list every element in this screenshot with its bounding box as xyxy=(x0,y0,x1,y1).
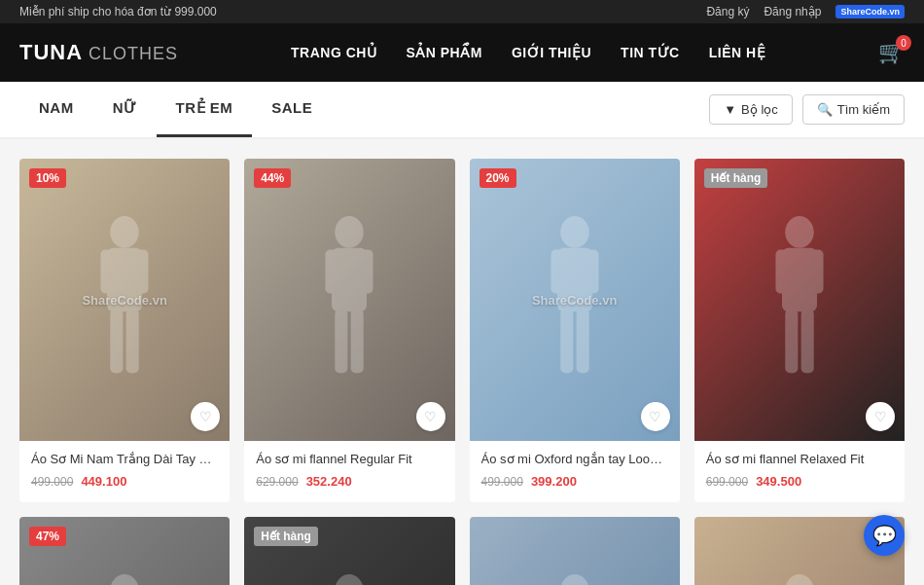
discount-badge: 44% xyxy=(254,168,291,188)
header: TUNA CLOTHES TRANG CHỦ SẢN PHẨM GIỚI THI… xyxy=(0,23,924,82)
person-silhouette xyxy=(694,159,905,441)
discount-badge: 20% xyxy=(480,168,516,188)
product-prices: 699.000349.500 xyxy=(706,474,893,489)
top-banner: Miễn phí ship cho hóa đơn từ 999.000 Đăn… xyxy=(0,0,924,23)
person-silhouette xyxy=(19,159,230,441)
wishlist-button[interactable]: ♡ xyxy=(866,402,895,431)
heart-icon: ♡ xyxy=(874,409,887,424)
tabs-left: NAM NỮ TRẺ EM SALE xyxy=(19,82,332,137)
svg-point-0 xyxy=(110,216,138,248)
price-sale: 349.500 xyxy=(756,474,801,489)
product-card[interactable]: 10% ShareCode.vn♡Áo Sơ Mi Nam Trắng Dài … xyxy=(19,159,230,502)
svg-point-36 xyxy=(560,574,588,585)
svg-rect-9 xyxy=(361,249,373,293)
product-name: Áo sơ mi Oxford ngắn tay Loose Fit xyxy=(481,451,668,468)
nav-tin-tuc[interactable]: TIN TỨC xyxy=(621,45,680,60)
tabs-right: ▼ Bộ lọc 🔍 Tìm kiếm xyxy=(709,94,905,125)
svg-rect-3 xyxy=(136,249,149,293)
chat-icon: 💬 xyxy=(872,524,897,547)
heart-icon: ♡ xyxy=(649,409,661,424)
svg-point-42 xyxy=(785,574,813,585)
product-card[interactable]: Hết hàng ♡Áo sơ mi đen basic450.000225.0… xyxy=(244,517,454,585)
product-name: Áo Sơ Mi Nam Trắng Dài Tay Nano Kh... xyxy=(31,451,218,468)
category-tabs: NAM NỮ TRẺ EM SALE ▼ Bộ lọc 🔍 Tìm kiếm xyxy=(0,82,924,139)
header-right: 🛒 0 xyxy=(878,40,905,65)
product-info: Áo Sơ Mi Nam Trắng Dài Tay Nano Kh...499… xyxy=(19,441,230,502)
svg-rect-14 xyxy=(551,249,563,293)
product-image: 47% ♡ xyxy=(19,517,230,585)
svg-point-24 xyxy=(110,574,138,585)
svg-rect-15 xyxy=(586,249,598,293)
product-info: Áo sơ mi flannel Regular Fit629.000352.2… xyxy=(244,441,454,502)
register-link[interactable]: Đăng ký xyxy=(706,5,749,18)
price-original: 629.000 xyxy=(256,475,298,489)
svg-point-18 xyxy=(785,216,813,248)
svg-rect-4 xyxy=(110,310,123,373)
logo: TUNA CLOTHES xyxy=(19,40,178,65)
svg-point-6 xyxy=(336,216,364,248)
product-card[interactable]: ♡Áo sơ mi slim fit480.000240.000 xyxy=(470,517,680,585)
svg-rect-11 xyxy=(351,310,364,373)
price-sale: 399.200 xyxy=(531,474,577,489)
logo-tuna: TUNA xyxy=(19,40,83,64)
products-grid: 10% ShareCode.vn♡Áo Sơ Mi Nam Trắng Dài … xyxy=(19,159,905,585)
wishlist-button[interactable]: ♡ xyxy=(416,402,445,431)
out-of-stock-badge: Hết hàng xyxy=(254,527,318,546)
svg-rect-17 xyxy=(576,310,588,373)
person-silhouette xyxy=(244,159,454,441)
svg-rect-8 xyxy=(326,249,338,293)
product-image: 20% ShareCode.vn♡ xyxy=(470,159,680,441)
svg-rect-5 xyxy=(126,310,139,373)
product-card[interactable]: Hết hàng ♡Áo sơ mi flannel Relaxed Fit69… xyxy=(694,159,905,502)
svg-point-30 xyxy=(336,574,364,585)
filter-label: Bộ lọc xyxy=(741,102,778,117)
tab-sale[interactable]: SALE xyxy=(252,82,332,137)
search-button[interactable]: 🔍 Tìm kiếm xyxy=(802,94,905,125)
cart-icon-wrap[interactable]: 🛒 0 xyxy=(878,40,905,65)
product-card[interactable]: 20% ShareCode.vn♡Áo sơ mi Oxford ngắn ta… xyxy=(470,159,680,502)
product-card[interactable]: 47% ♡Áo sơ mi nam casual550.000289.500 xyxy=(19,517,230,585)
svg-rect-10 xyxy=(336,310,348,373)
search-label: Tìm kiếm xyxy=(837,102,890,117)
product-info: Áo sơ mi flannel Relaxed Fit699.000349.5… xyxy=(694,441,905,502)
product-card[interactable]: 44% ♡Áo sơ mi flannel Regular Fit629.000… xyxy=(244,159,454,502)
product-name: Áo sơ mi flannel Relaxed Fit xyxy=(706,451,893,468)
svg-rect-16 xyxy=(560,310,573,373)
discount-badge: 47% xyxy=(29,527,66,546)
price-sale: 352.240 xyxy=(306,474,352,489)
chat-button[interactable]: 💬 xyxy=(864,515,905,556)
product-image: 44% ♡ xyxy=(244,159,454,441)
heart-icon: ♡ xyxy=(199,409,212,424)
svg-rect-21 xyxy=(810,249,823,293)
nav-san-pham[interactable]: SẢN PHẨM xyxy=(406,45,481,60)
price-original: 499.000 xyxy=(481,475,523,489)
tab-nu[interactable]: NỮ xyxy=(93,82,157,137)
sharecode-badge: ShareCode.vn xyxy=(835,5,905,18)
nav-trang-chu[interactable]: TRANG CHỦ xyxy=(291,45,376,60)
heart-icon: ♡ xyxy=(424,409,437,424)
top-banner-right: Đăng ký Đăng nhập ShareCode.vn xyxy=(706,5,905,18)
person-silhouette xyxy=(470,159,680,441)
main-nav: TRANG CHỦ SẢN PHẨM GIỚI THIỆU TIN TỨC LI… xyxy=(291,45,765,60)
nav-gioi-thieu[interactable]: GIỚI THIỆU xyxy=(512,45,591,60)
product-name: Áo sơ mi flannel Regular Fit xyxy=(256,451,443,468)
logo-clothes: CLOTHES xyxy=(83,44,178,63)
price-sale: 449.100 xyxy=(81,474,126,489)
tab-tre-em[interactable]: TRẺ EM xyxy=(157,82,253,137)
svg-rect-22 xyxy=(785,310,798,373)
product-prices: 499.000449.100 xyxy=(31,474,218,489)
nav-lien-he[interactable]: LIÊN HỆ xyxy=(709,45,765,60)
login-link[interactable]: Đăng nhập xyxy=(764,5,821,18)
cart-badge: 0 xyxy=(896,35,911,51)
products-section: 10% ShareCode.vn♡Áo Sơ Mi Nam Trắng Dài … xyxy=(0,139,924,585)
filter-button[interactable]: ▼ Bộ lọc xyxy=(709,94,793,125)
svg-point-12 xyxy=(560,216,588,248)
product-image: Hết hàng ♡ xyxy=(694,159,905,441)
search-icon: 🔍 xyxy=(817,102,833,117)
product-prices: 499.000399.200 xyxy=(481,474,668,489)
discount-badge: 10% xyxy=(29,168,66,188)
wishlist-button[interactable]: ♡ xyxy=(641,402,670,431)
product-image: ♡ xyxy=(470,517,680,585)
person-silhouette xyxy=(470,517,680,585)
tab-nam[interactable]: NAM xyxy=(19,82,93,137)
